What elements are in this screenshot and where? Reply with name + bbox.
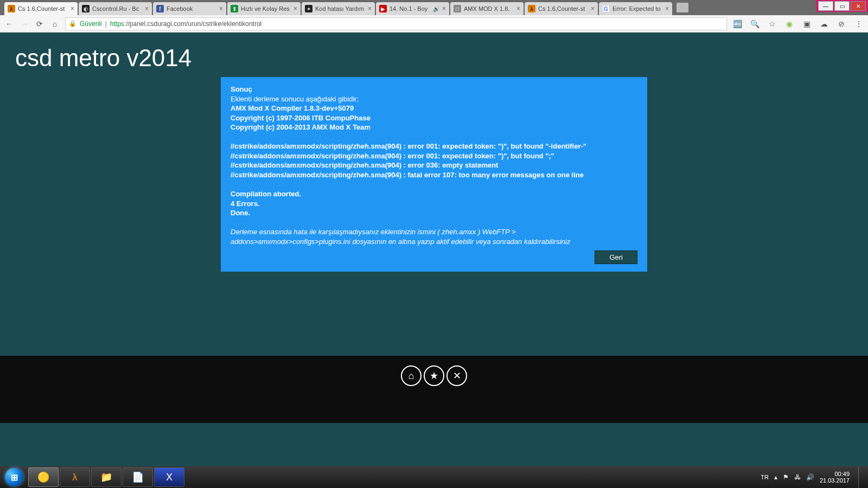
tab-label: Cs 1.6,Counter-st [538,5,588,12]
tray-volume-icon[interactable]: 🔊 [806,473,814,481]
compile-error-line: //cstrike/addons/amxmodx/scripting/zheh.… [231,160,637,170]
home-circle-icon[interactable]: ⌂ [401,365,422,386]
browser-tab[interactable]: ◐ Cscontrol.Ru - Bc × [79,2,152,15]
copyright-line: Copyright (c) 1997-2006 ITB CompuPhase [231,113,637,123]
tab-close-icon[interactable]: × [368,5,372,12]
copyright-line: Copyright (c) 2004-2013 AMX Mod X Team [231,123,637,132]
favicon-icon: G [602,5,610,12]
back-icon[interactable]: ← [4,20,14,28]
compile-error-line: //cstrike/addons/amxmodx/scripting/zheh.… [231,151,637,161]
tab-label: Cs 1.6,Counter-st [18,5,68,12]
taskbar-app-notepad[interactable]: 📄 [123,467,153,487]
taskbar-app-halflife[interactable]: λ [60,467,90,487]
window-controls: — ▭ ✕ [816,0,868,12]
clock-time[interactable]: 00:49 [834,471,850,477]
browser-tab[interactable]: λ Cs 1.6,Counter-st × [4,2,78,15]
tab-close-icon[interactable]: × [591,5,595,12]
taskbar-app-chrome[interactable]: 🟡 [28,467,59,487]
browser-tab[interactable]: ⬆ Hızlı ve Kolay Res × [227,2,301,15]
favicon-icon: ⬆ [231,5,238,12]
favicon-icon: f [156,5,164,12]
tab-close-icon[interactable]: × [516,5,520,12]
favicon-icon: λ [528,5,535,12]
favicon-icon: ✦ [305,5,312,12]
result-heading: Sonuç [231,85,637,94]
reload-icon[interactable]: ⟳ [35,20,44,28]
back-button[interactable]: Geri [595,251,637,264]
tab-close-icon[interactable]: × [293,5,297,12]
show-desktop-button[interactable] [858,466,864,488]
favicon-icon: □ [454,5,461,12]
minimize-button[interactable]: — [818,1,833,11]
result-card: Sonuç Eklenti derleme sonucu aşağıdaki g… [221,77,647,272]
taskbar-app-explorer[interactable]: 📁 [91,467,122,487]
favicon-icon: λ [8,5,15,12]
tray-chevron-icon[interactable]: ▴ [774,473,777,481]
clock-date[interactable]: 21.03.2017 [820,477,850,484]
address-bar[interactable]: 🔒 Güvenli | https://panel.csduragi.com/u… [65,17,727,30]
error-count: 4 Errors. [231,199,637,209]
close-circle-icon[interactable]: ✕ [446,365,467,386]
favicon-icon: ▶ [379,5,387,12]
maximize-button[interactable]: ▭ [834,1,850,11]
tray-network-icon[interactable]: 🖧 [794,473,801,481]
translate-icon[interactable]: 🔤 [732,20,742,28]
browser-tab-strip: λ Cs 1.6,Counter-st × ◐ Cscontrol.Ru - B… [0,0,868,15]
tab-label: 14. No.1 - Boy [390,5,430,12]
tab-label: Facebook [167,5,216,12]
browser-tab[interactable]: G Error: Expected to × [599,2,672,15]
page-title: csd metro v2014 [0,33,868,77]
home-icon[interactable]: ⌂ [50,20,60,28]
browser-tab[interactable]: □ AMX MOD X 1.8. × [450,2,524,15]
result-intro: Eklenti derleme sonucu aşağıdaki gibidir… [231,94,637,104]
browser-toolbar: ← → ⟳ ⌂ 🔒 Güvenli | https://panel.csdura… [0,15,868,33]
new-tab-button[interactable] [676,3,688,12]
extension-icon[interactable]: ◉ [784,20,794,28]
extension-icon[interactable]: ▣ [802,20,812,28]
tab-close-icon[interactable]: × [71,5,74,12]
url-scheme: https [110,20,124,28]
zoom-icon[interactable]: 🔍 [750,20,760,28]
forward-icon: → [20,20,29,28]
compile-aborted: Compilation aborted. [231,189,637,199]
windows-taskbar: ⊞ 🟡 λ 📁 📄 X TR ▴ ⚑ 🖧 🔊 00:49 21.03.2017 [0,466,868,488]
compile-done: Done. [231,208,637,218]
start-button[interactable]: ⊞ [1,466,27,488]
star-circle-icon[interactable]: ★ [424,365,444,386]
favicon-icon: ◐ [82,5,90,12]
bookmark-icon[interactable]: ☆ [767,20,777,28]
taskbar-app-amx[interactable]: X [154,467,184,487]
extension-icon[interactable]: ☁ [819,20,829,28]
url-path: ://panel.csduragi.com/urun/cstrike/eklen… [124,20,261,28]
menu-icon[interactable]: ⋮ [854,20,864,28]
tab-close-icon[interactable]: × [442,5,446,12]
tab-close-icon[interactable]: × [145,5,149,12]
audio-icon[interactable]: 🔊 [433,6,439,12]
tab-label: Kod hatası Yardım [315,5,365,12]
lock-icon: 🔒 [69,20,76,27]
compiler-version: AMX Mod X Compiler 1.8.3-dev+5079 [231,104,637,113]
browser-tab[interactable]: λ Cs 1.6,Counter-st × [525,2,598,15]
tab-close-icon[interactable]: × [219,5,223,12]
tab-label: Error: Expected to [612,5,662,12]
toolbar-right-icons: 🔤 🔍 ☆ ◉ ▣ ☁ ⊘ ⋮ [732,20,864,28]
compile-error-line: //cstrike/addons/amxmodx/scripting/zheh.… [231,142,637,151]
tab-close-icon[interactable]: × [665,5,669,12]
close-button[interactable]: ✕ [851,1,866,11]
tray-flag-icon[interactable]: ⚑ [783,473,789,481]
compile-error-line: //cstrike/addons/amxmodx/scripting/zheh.… [231,170,637,180]
browser-tab[interactable]: ▶ 14. No.1 - Boy 🔊 × [376,2,449,15]
tab-label: Hızlı ve Kolay Res [241,5,291,12]
browser-tab[interactable]: ✦ Kod hatası Yardım × [302,2,375,15]
url-separator: | [105,20,107,28]
secure-label: Güvenli [80,20,102,28]
page-footer: ⌂ ★ ✕ [0,356,868,423]
windows-logo-icon: ⊞ [5,468,23,486]
system-tray: TR ▴ ⚑ 🖧 🔊 00:49 21.03.2017 [761,466,867,488]
extension-icon[interactable]: ⊘ [837,20,846,28]
language-indicator[interactable]: TR [761,474,769,480]
browser-tab[interactable]: f Facebook × [153,2,226,15]
tab-label: AMX MOD X 1.8. [464,5,514,12]
footnote-text: Derleme esnasında hata ile karşılaşmadıy… [231,227,637,246]
tab-label: Cscontrol.Ru - Bc [92,5,142,12]
